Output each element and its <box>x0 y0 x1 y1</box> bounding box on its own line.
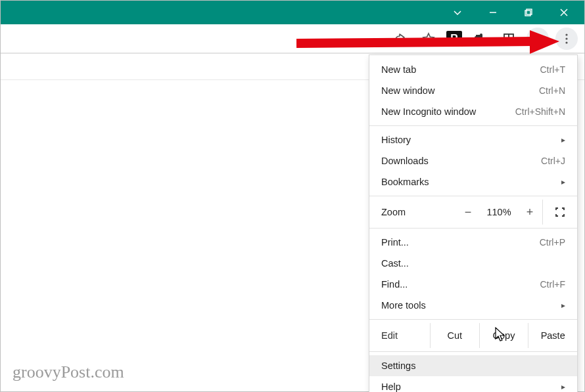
svg-rect-1 <box>525 11 530 16</box>
favorite-star-icon[interactable] <box>417 28 440 50</box>
menu-new-tab[interactable]: New tab Ctrl+T <box>369 59 577 80</box>
menu-help[interactable]: Help ▸ <box>369 376 577 392</box>
window-titlebar <box>1 1 584 24</box>
profile-avatar-icon[interactable] <box>526 28 549 50</box>
menu-separator <box>369 196 577 196</box>
menu-label: Settings <box>381 360 415 371</box>
more-menu-button[interactable] <box>555 28 578 50</box>
menu-find[interactable]: Find... Ctrl+F <box>369 274 577 295</box>
menu-label: Downloads <box>381 156 429 166</box>
menu-label: Help <box>381 381 401 392</box>
edit-copy-button[interactable]: Copy <box>479 323 528 348</box>
submenu-arrow-icon: ▸ <box>561 177 565 186</box>
menu-separator <box>369 125 577 126</box>
extension-r-icon[interactable]: R <box>446 31 462 47</box>
fullscreen-button[interactable] <box>543 207 577 217</box>
watermark-text: groovyPost.com <box>12 362 124 382</box>
submenu-arrow-icon: ▸ <box>561 301 565 310</box>
zoom-in-button[interactable]: + <box>517 206 542 219</box>
menu-shortcut: Ctrl+N <box>539 85 565 96</box>
menu-shortcut: Ctrl+Shift+N <box>515 106 565 117</box>
menu-cast[interactable]: Cast... <box>369 253 577 274</box>
menu-label: Find... <box>381 279 408 290</box>
menu-label: New window <box>381 85 434 96</box>
menu-separator <box>369 351 577 352</box>
svg-point-9 <box>565 37 567 39</box>
menu-label: History <box>381 135 411 145</box>
svg-point-10 <box>565 41 567 43</box>
submenu-arrow-icon: ▸ <box>561 135 565 144</box>
submenu-arrow-icon: ▸ <box>561 382 565 391</box>
svg-point-7 <box>536 34 540 38</box>
menu-zoom-row: Zoom − 110% + <box>369 200 577 225</box>
menu-more-tools[interactable]: More tools ▸ <box>369 295 577 316</box>
menu-print[interactable]: Print... Ctrl+P <box>369 232 577 253</box>
menu-label: Cast... <box>381 258 409 269</box>
menu-label: More tools <box>381 300 426 311</box>
zoom-value: 110% <box>480 207 517 217</box>
edit-paste-button[interactable]: Paste <box>528 323 577 348</box>
reading-list-icon[interactable] <box>498 28 520 50</box>
menu-label: Print... <box>381 237 409 248</box>
menu-separator <box>369 228 577 229</box>
menu-label: New tab <box>381 64 416 75</box>
menu-shortcut: Ctrl+P <box>540 237 565 248</box>
browser-window: R New tab Ctrl+T <box>0 0 585 392</box>
menu-new-window[interactable]: New window Ctrl+N <box>369 80 577 101</box>
close-button[interactable] <box>546 1 582 24</box>
browser-main-menu: New tab Ctrl+T New window Ctrl+N New Inc… <box>369 54 578 392</box>
svg-point-8 <box>565 33 567 35</box>
menu-history[interactable]: History ▸ <box>369 129 577 150</box>
menu-label: Bookmarks <box>381 177 429 187</box>
zoom-out-button[interactable]: − <box>456 206 480 219</box>
extension-r-label: R <box>450 33 458 45</box>
maximize-button[interactable] <box>511 1 546 24</box>
svg-rect-2 <box>526 9 532 14</box>
menu-shortcut: Ctrl+T <box>540 64 566 75</box>
edit-cut-button[interactable]: Cut <box>430 323 479 348</box>
menu-edit-row: Edit Cut Copy Paste <box>369 323 577 348</box>
menu-shortcut: Ctrl+J <box>541 156 565 166</box>
titlebar-chevron-down-icon[interactable] <box>440 1 475 24</box>
menu-settings[interactable]: Settings <box>369 355 577 376</box>
menu-shortcut: Ctrl+F <box>540 279 566 290</box>
menu-new-incognito[interactable]: New Incognito window Ctrl+Shift+N <box>369 101 577 122</box>
menu-label: New Incognito window <box>381 106 476 117</box>
zoom-label: Zoom <box>381 207 434 217</box>
extensions-puzzle-icon[interactable] <box>469 28 491 50</box>
share-icon[interactable] <box>388 28 411 50</box>
menu-downloads[interactable]: Downloads Ctrl+J <box>369 150 577 171</box>
browser-toolbar: R <box>1 24 584 53</box>
minimize-button[interactable] <box>475 1 511 24</box>
edit-label: Edit <box>369 323 430 348</box>
menu-separator <box>369 319 577 320</box>
menu-bookmarks[interactable]: Bookmarks ▸ <box>369 171 577 192</box>
